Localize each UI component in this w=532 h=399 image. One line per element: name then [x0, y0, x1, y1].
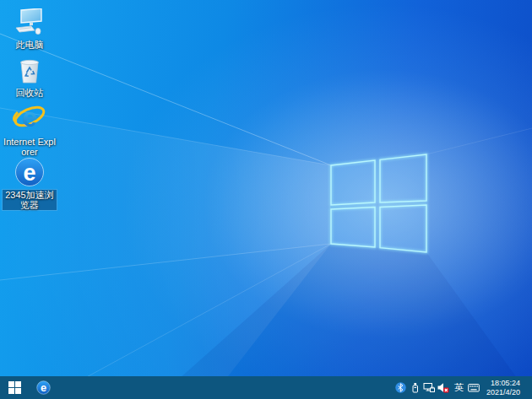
taskbar-clock[interactable]: 18:05:24 2021/4/20: [481, 379, 527, 396]
desktop-icon-label: 回收站: [3, 88, 56, 98]
windows-logo-icon: [8, 381, 21, 394]
e-browser-icon: e: [36, 380, 51, 395]
e-browser-icon: e: [2, 155, 57, 187]
svg-text:e: e: [22, 102, 37, 132]
taskbar: e: [0, 376, 532, 399]
desktop-icon-label: Internet Explorer: [3, 137, 56, 157]
this-pc-icon: [2, 5, 57, 37]
clock-date: 2021/4/20: [486, 388, 520, 397]
desktop-icon-this-pc[interactable]: 此电脑: [2, 5, 57, 50]
network-icon[interactable]: [422, 376, 437, 399]
usb-device-icon[interactable]: [408, 376, 422, 399]
recycle-bin-icon: [2, 53, 57, 85]
internet-explorer-icon: e: [2, 102, 57, 134]
start-button[interactable]: [0, 376, 29, 399]
desktop-wallpaper: [0, 0, 532, 399]
clock-time: 18:05:24: [486, 379, 520, 388]
touch-keyboard-icon[interactable]: [467, 376, 481, 399]
svg-text:e: e: [23, 160, 35, 186]
svg-text:e: e: [40, 381, 46, 394]
desktop-icon-label: 此电脑: [3, 40, 56, 50]
desktop-icon-internet-explorer[interactable]: e Internet Explorer: [2, 102, 57, 157]
windows-logo-wallpaper-art: [0, 0, 532, 399]
volume-muted-icon[interactable]: [437, 376, 451, 399]
desktop-icon-label: 2345加速浏览器: [3, 190, 57, 210]
desktop-icon-recycle-bin[interactable]: 回收站: [2, 53, 57, 98]
bluetooth-icon[interactable]: [394, 376, 408, 399]
language-indicator[interactable]: 英: [451, 376, 467, 399]
taskbar-pinned-browser-2345[interactable]: e: [29, 376, 57, 399]
system-tray: 英 18:05:24 2021/4/20: [394, 376, 532, 399]
desktop-icon-browser-2345[interactable]: e 2345加速浏览器: [2, 155, 57, 210]
